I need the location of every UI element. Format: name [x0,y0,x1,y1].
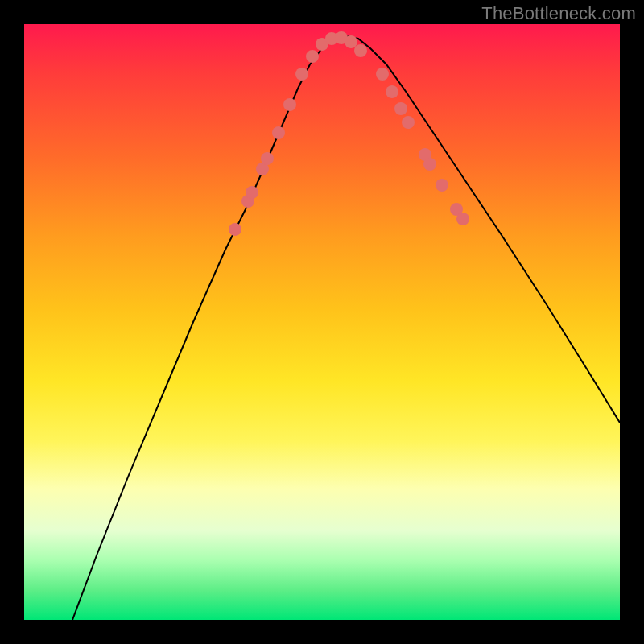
watermark-text: TheBottleneck.com [481,3,636,24]
highlight-dot [272,126,285,139]
highlight-dot [354,44,367,57]
highlight-dot [261,152,274,165]
highlight-dot [423,158,436,171]
highlight-dot [295,68,308,80]
highlight-dot [394,102,407,115]
highlight-dot [345,35,357,48]
bottleneck-curve [72,36,620,620]
highlight-dot [306,50,319,63]
highlight-dot [386,85,398,98]
highlight-dot [402,116,415,129]
highlight-dot [246,186,258,199]
highlight-dot [283,98,296,111]
highlight-dot [376,68,389,80]
curve-svg [24,24,620,620]
highlight-dot [456,213,469,225]
chart-frame: TheBottleneck.com [0,0,644,644]
plot-area [24,24,620,620]
highlight-dot [436,179,448,192]
highlight-dot [229,223,242,236]
